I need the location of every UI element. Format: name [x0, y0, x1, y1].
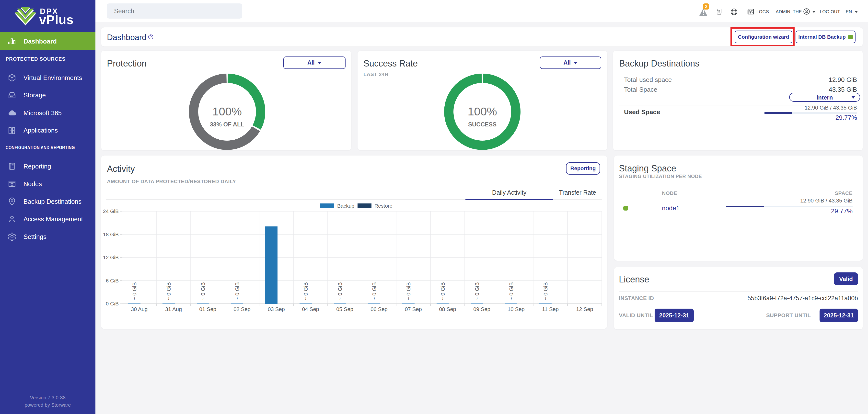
svg-text:~ 0 GiB: ~ 0 GiB [234, 282, 240, 300]
svg-text:~ 0 GiB: ~ 0 GiB [131, 282, 137, 300]
svg-text:31 Aug: 31 Aug [165, 306, 182, 312]
svg-text:~ 0 GiB: ~ 0 GiB [508, 282, 515, 300]
svg-text:09 Sep: 09 Sep [473, 306, 490, 312]
svg-text:100%: 100% [212, 105, 242, 118]
svg-text:~ 0 GiB: ~ 0 GiB [337, 282, 343, 300]
svg-text:SUCCESS: SUCCESS [468, 121, 497, 128]
svg-text:6 GiB: 6 GiB [106, 278, 119, 283]
svg-text:02 Sep: 02 Sep [234, 306, 251, 312]
svg-text:~ 0 GiB: ~ 0 GiB [200, 282, 206, 300]
svg-text:01 Sep: 01 Sep [199, 306, 216, 312]
svg-text:~ 0 GiB: ~ 0 GiB [166, 282, 172, 300]
svg-text:18 GiB: 18 GiB [103, 232, 119, 237]
svg-text:08 Sep: 08 Sep [439, 306, 456, 312]
svg-text:04 Sep: 04 Sep [302, 306, 319, 312]
svg-text:~ 0 GiB: ~ 0 GiB [371, 282, 377, 300]
svg-text:11 Sep: 11 Sep [542, 306, 559, 312]
svg-text:03 Sep: 03 Sep [268, 306, 285, 312]
svg-text:100%: 100% [468, 105, 497, 118]
svg-text:0 GiB: 0 GiB [106, 301, 119, 306]
svg-text:~ 0 GiB: ~ 0 GiB [542, 282, 549, 300]
svg-text:06 Sep: 06 Sep [371, 306, 388, 312]
svg-text:33% OF ALL: 33% OF ALL [210, 121, 244, 128]
svg-text:30 Aug: 30 Aug [131, 306, 148, 312]
svg-text:24 GiB: 24 GiB [103, 208, 119, 214]
svg-text:2: 2 [705, 4, 708, 9]
svg-text:05 Sep: 05 Sep [336, 306, 353, 312]
svg-text:~ 0 GiB: ~ 0 GiB [474, 282, 480, 300]
svg-text:10 Sep: 10 Sep [507, 306, 525, 312]
svg-text:~ 0 GiB: ~ 0 GiB [303, 282, 309, 300]
svg-text:~ 0 GiB: ~ 0 GiB [405, 282, 412, 300]
svg-text:12 Sep: 12 Sep [576, 306, 593, 312]
svg-text:~ 0 GiB: ~ 0 GiB [440, 282, 446, 300]
svg-text:12 GiB: 12 GiB [103, 254, 119, 260]
svg-text:07 Sep: 07 Sep [405, 306, 422, 312]
svg-text:vPlus: vPlus [39, 13, 74, 26]
